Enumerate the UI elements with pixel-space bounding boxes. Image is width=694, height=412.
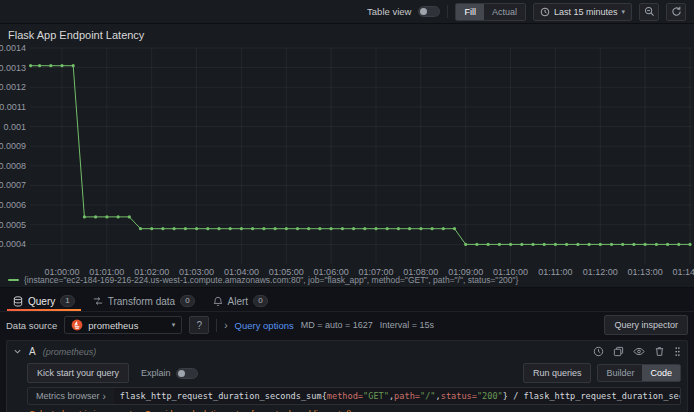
explain-toggle[interactable] xyxy=(176,368,198,379)
svg-text:0.0012: 0.0012 xyxy=(0,82,26,92)
angle-right-icon: › xyxy=(224,320,227,331)
editor-tabs: Query 1 Transform data 0 Alert 0 xyxy=(0,291,694,312)
editor-topbar: Table view Fill Actual Last 15 minutes ▾ xyxy=(0,0,694,24)
grafana-panel-editor: Table view Fill Actual Last 15 minutes ▾… xyxy=(0,0,694,412)
datasource-value: prometheus xyxy=(88,320,138,331)
divider xyxy=(447,5,448,18)
tab-alert-count: 0 xyxy=(253,295,267,307)
query-row-header[interactable]: A (prometheus) xyxy=(13,344,681,359)
tab-alert-label: Alert xyxy=(228,296,249,307)
svg-text:0.0006: 0.0006 xyxy=(0,200,26,210)
latency-chart: 0.00140.00130.00120.00110.0010.00090.000… xyxy=(0,42,694,278)
zoom-out-button[interactable] xyxy=(639,3,659,21)
clock-icon xyxy=(540,7,550,17)
fill-actual-group: Fill Actual xyxy=(455,3,526,21)
copy-icon[interactable] xyxy=(613,346,624,357)
table-view-toggle[interactable] xyxy=(418,6,440,17)
actual-button[interactable]: Actual xyxy=(484,4,525,20)
explain-label: Explain xyxy=(141,368,171,378)
table-view-label: Table view xyxy=(367,6,411,17)
svg-text:0.0007: 0.0007 xyxy=(0,180,26,190)
query-datasource-hint: (prometheus) xyxy=(43,347,97,357)
magnifier-minus-icon xyxy=(644,6,655,17)
svg-text:01:14:00: 01:14:00 xyxy=(672,267,694,277)
svg-text:01:12:00: 01:12:00 xyxy=(583,267,618,277)
datasource-help-button[interactable]: ? xyxy=(189,316,209,334)
eye-icon[interactable] xyxy=(633,346,645,357)
tab-transform-count: 0 xyxy=(180,295,194,307)
trash-icon[interactable] xyxy=(654,346,665,357)
svg-text:0.0008: 0.0008 xyxy=(0,161,26,171)
svg-text:0.0005: 0.0005 xyxy=(0,220,26,230)
tab-transform-label: Transform data xyxy=(108,296,175,307)
prometheus-icon xyxy=(71,319,83,331)
time-range-label: Last 15 minutes xyxy=(554,6,618,18)
datasource-row: Data source prometheus ▾ ? › Query optio… xyxy=(0,312,694,338)
run-queries-button[interactable]: Run queries xyxy=(523,363,592,383)
series-marker xyxy=(8,279,19,281)
tab-transform-data[interactable]: Transform data 0 xyxy=(84,291,204,311)
fill-button[interactable]: Fill xyxy=(456,4,484,20)
query-options-toggle[interactable]: Query options xyxy=(235,320,294,331)
chevron-down-icon: ▾ xyxy=(172,321,176,329)
database-icon xyxy=(13,296,23,307)
svg-text:01:13:00: 01:13:00 xyxy=(628,267,663,277)
svg-text:0.0009: 0.0009 xyxy=(0,141,26,151)
explain-control: Explain xyxy=(141,368,198,379)
builder-mode-button[interactable]: Builder xyxy=(598,365,642,381)
query-row-actions xyxy=(593,346,681,357)
metrics-browser-label: Metrics browser xyxy=(36,391,100,401)
svg-text:0.0014: 0.0014 xyxy=(0,43,26,53)
datasource-picker[interactable]: prometheus ▾ xyxy=(64,316,182,334)
datasource-label: Data source xyxy=(6,320,57,331)
refresh-icon xyxy=(671,6,682,17)
code-mode-button[interactable]: Code xyxy=(642,365,680,381)
svg-text:0.001: 0.001 xyxy=(3,122,26,132)
tab-alert[interactable]: Alert 0 xyxy=(204,291,277,311)
tab-query-label: Query xyxy=(28,296,55,307)
series-label[interactable]: {instance="ec2-184-169-216-224.us-west-1… xyxy=(24,275,518,285)
bell-icon xyxy=(213,296,223,307)
divider xyxy=(216,319,217,332)
query-ref-id: A xyxy=(29,346,36,357)
svg-text:0.0011: 0.0011 xyxy=(0,102,26,112)
kick-start-query-button[interactable]: Kick start your query xyxy=(27,363,129,383)
time-series-chart[interactable]: 0.00140.00130.00120.00110.0010.00090.000… xyxy=(0,42,694,278)
chevron-down-icon[interactable] xyxy=(13,347,22,356)
history-clock-icon[interactable] xyxy=(593,346,604,357)
svg-text:0.0013: 0.0013 xyxy=(0,63,26,73)
max-data-points-summary: MD = auto = 1627 xyxy=(301,320,373,330)
promql-expression[interactable]: flask_http_request_duration_seconds_sum{… xyxy=(114,388,680,404)
query-toolbar: Kick start your query Explain Run querie… xyxy=(27,363,681,383)
angle-right-icon: › xyxy=(103,391,106,402)
time-range-picker[interactable]: Last 15 minutes ▾ xyxy=(533,3,632,21)
builder-code-group: Builder Code xyxy=(597,364,681,382)
svg-text:0.0004: 0.0004 xyxy=(0,239,26,249)
svg-text:01:11:00: 01:11:00 xyxy=(538,267,572,277)
panel-title: Flask App Endpoint Latency xyxy=(0,24,694,42)
query-section: A (prometheus) Kick start your query Exp… xyxy=(0,338,694,412)
query-row-a: A (prometheus) Kick start your query Exp… xyxy=(6,340,688,412)
interval-summary: Interval = 15s xyxy=(380,320,434,330)
chevron-down-icon: ▾ xyxy=(621,6,625,18)
query-inspector-button[interactable]: Query inspector xyxy=(604,315,688,335)
metrics-browser-button[interactable]: Metrics browser › xyxy=(28,388,114,404)
transform-icon xyxy=(93,296,103,306)
drag-handle-icon[interactable] xyxy=(674,346,681,357)
refresh-button[interactable] xyxy=(666,3,686,21)
promql-editor: Metrics browser › flask_http_request_dur… xyxy=(27,387,681,405)
tab-query-count: 1 xyxy=(60,295,74,307)
tab-query[interactable]: Query 1 xyxy=(4,291,84,311)
latency-panel: Flask App Endpoint Latency 0.00140.00130… xyxy=(0,24,694,288)
